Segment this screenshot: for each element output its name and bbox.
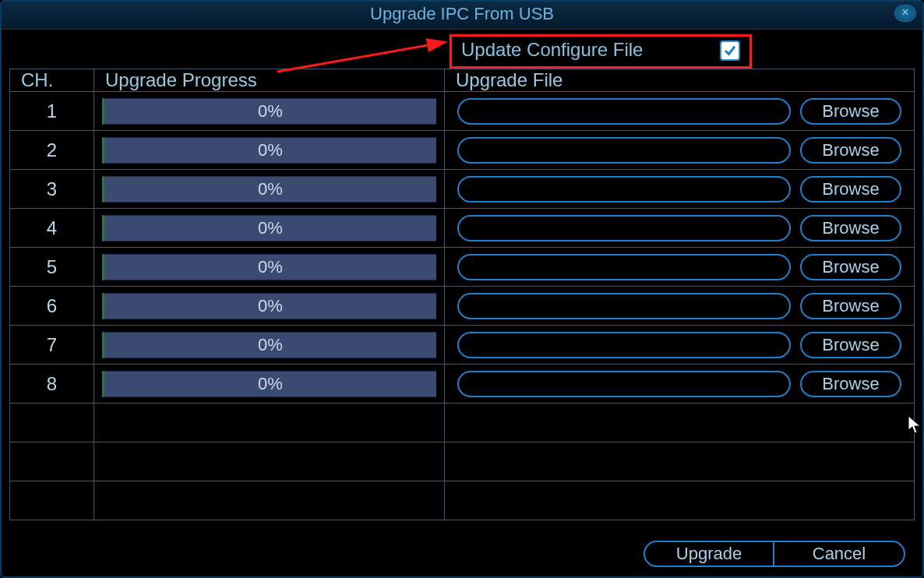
table-row-empty [10, 442, 914, 481]
channel-number: 5 [47, 256, 57, 278]
table-row: 70%Browse [10, 326, 914, 365]
browse-button[interactable]: Browse [800, 176, 901, 203]
table-row: 80%Browse [10, 365, 914, 404]
channel-number: 7 [47, 334, 57, 356]
upgrade-ipc-dialog: Upgrade IPC From USB × Update Configure … [0, 0, 924, 578]
progress-bar: 0% [102, 332, 436, 358]
progress-bar: 0% [102, 371, 436, 397]
upgrade-table: CH. Upgrade Progress Upgrade File 10%Bro… [9, 69, 915, 520]
channel-number: 2 [47, 139, 57, 161]
header-file: Upgrade File [445, 69, 914, 91]
header-ch: CH. [10, 69, 94, 91]
channel-number: 4 [47, 217, 57, 239]
upgrade-file-input[interactable] [457, 293, 791, 319]
upgrade-file-input[interactable] [457, 137, 791, 164]
update-configure-label: Update Configure File [461, 39, 643, 61]
upgrade-button[interactable]: Upgrade [644, 541, 774, 567]
browse-button[interactable]: Browse [800, 371, 901, 397]
check-icon [723, 44, 737, 58]
upgrade-file-input[interactable] [457, 332, 791, 358]
upgrade-file-input[interactable] [457, 98, 791, 125]
cancel-button[interactable]: Cancel [774, 541, 905, 567]
table-row: 30%Browse [10, 170, 914, 209]
table-row: 10%Browse [10, 92, 914, 131]
upgrade-file-input[interactable] [457, 215, 791, 241]
browse-button[interactable]: Browse [800, 293, 901, 319]
table-row: 50%Browse [10, 248, 914, 287]
browse-button[interactable]: Browse [800, 215, 901, 241]
table-row: 60%Browse [10, 287, 914, 326]
dialog-footer: Upgrade Cancel [644, 541, 905, 567]
channel-number: 8 [47, 373, 57, 395]
upgrade-file-input[interactable] [457, 254, 791, 280]
upgrade-file-input[interactable] [457, 371, 791, 397]
dialog-title: Upgrade IPC From USB [370, 4, 554, 23]
channel-number: 3 [47, 178, 57, 200]
browse-button[interactable]: Browse [800, 254, 901, 280]
table-row: 20%Browse [10, 131, 914, 170]
progress-bar: 0% [102, 254, 436, 280]
close-icon: × [901, 5, 908, 19]
table-row: 40%Browse [10, 209, 914, 248]
progress-bar: 0% [102, 137, 436, 164]
update-configure-checkbox[interactable] [720, 41, 740, 61]
progress-bar: 0% [102, 176, 436, 203]
upgrade-file-input[interactable] [457, 176, 791, 203]
close-button[interactable]: × [894, 5, 916, 22]
channel-number: 6 [47, 295, 57, 317]
progress-bar: 0% [102, 293, 436, 319]
table-header: CH. Upgrade Progress Upgrade File [10, 69, 914, 92]
progress-bar: 0% [102, 215, 436, 241]
titlebar: Upgrade IPC From USB × [2, 2, 922, 30]
table-row-empty [10, 404, 914, 442]
channel-number: 1 [47, 100, 57, 122]
browse-button[interactable]: Browse [800, 332, 901, 358]
header-progress: Upgrade Progress [94, 69, 445, 91]
browse-button[interactable]: Browse [800, 137, 901, 164]
annotation-arrow-icon [274, 28, 461, 75]
table-row-empty [10, 481, 914, 520]
svg-line-0 [277, 42, 446, 72]
progress-bar: 0% [102, 98, 436, 125]
browse-button[interactable]: Browse [800, 98, 901, 125]
configure-row: Update Configure File [9, 34, 915, 69]
